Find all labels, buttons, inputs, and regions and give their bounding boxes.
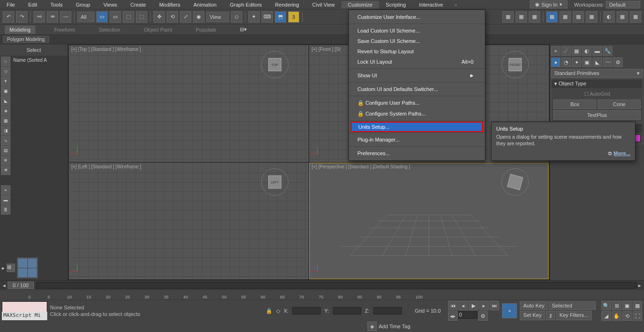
viewport-left[interactable]: [+] [Left ] [Standard ] [Wireframe ] LEF… [69,163,308,279]
zoom-all-button[interactable]: ⊞ [612,301,621,310]
menu-overflow-icon[interactable]: » [454,2,457,8]
viewport-top[interactable]: [+] [Top ] [Standard ] [Wireframe ] TOP [69,45,308,162]
box-button[interactable]: Box [553,100,596,109]
motion-tab-icon[interactable]: ◐ [582,46,592,56]
shapes-category-icon[interactable]: ◔ [561,58,571,67]
auto-key-button[interactable]: Auto Key [520,301,548,310]
display-all-icon[interactable]: ≡ [1,185,10,195]
modify-tab-icon[interactable]: ☄ [561,46,571,56]
explorer-config-icon[interactable]: ⊞ [7,264,15,272]
snap-toggle-button[interactable]: ⬒ [275,11,286,23]
unlink-button[interactable]: ⚮ [47,11,58,23]
isolate-icon[interactable]: ◇ [276,308,280,314]
move-button[interactable]: ✥ [153,11,165,23]
rotate-button[interactable]: ⟲ [167,11,178,23]
key-filters-button[interactable]: Key Filters... [556,311,592,320]
lights-category-icon[interactable]: ✦ [572,58,581,67]
geometry-category-icon[interactable]: ● [551,58,560,67]
filter-cameras-icon[interactable]: ▣ [1,86,10,96]
menu-animation[interactable]: Animation [187,1,223,8]
render-frame-button[interactable]: ▦ [516,11,527,23]
menu-create[interactable]: Create [124,1,153,8]
menu-item-load-custom-ui-scheme[interactable]: Load Custom UI Scheme... [349,25,485,36]
track-next-icon[interactable]: ▸ [638,282,641,289]
menu-item-configure-user-paths[interactable]: 🔒 Configure User Paths... [349,98,485,108]
primitive-category-dropdown[interactable]: Standard Primitives▾ [551,69,643,78]
lock-icon[interactable]: 🔒 [266,308,272,314]
frame-spinner[interactable]: 0 [458,311,477,319]
hierarchy-tab-icon[interactable]: ▦ [572,46,581,56]
zoom-extents-all-button[interactable]: ▦ [633,301,642,310]
filter-hidden-icon[interactable]: 👁 [1,166,10,175]
placement-button[interactable]: ◉ [193,11,204,23]
pivot-center-button[interactable]: ◇ [231,11,242,23]
ribbon-tab-modeling[interactable]: Modeling [5,25,35,34]
viewport-layout-icon[interactable] [17,257,38,278]
display-tab-icon[interactable]: ▬ [593,46,602,56]
z-input[interactable] [373,307,402,315]
menu-graph-editors[interactable]: Graph Editors [223,1,269,8]
toggle-d-button[interactable]: ▦ [586,11,597,23]
create-tab-icon[interactable]: + [551,46,560,56]
fov-button[interactable]: ◢ [602,311,611,321]
key-selected-dropdown[interactable]: Selected [549,301,596,310]
spacewarps-category-icon[interactable]: 〰 [603,58,612,67]
signin-button[interactable]: ◉ Sign In ▾ [530,0,568,8]
toggle-b-button[interactable]: ▦ [559,11,571,23]
frame-display[interactable]: 0 / 100 [8,282,34,289]
menu-item-show-ui[interactable]: Show UI▶ [349,70,485,81]
cameras-category-icon[interactable]: ▣ [582,58,592,67]
menu-item-plug-in-manager[interactable]: Plug-in Manager... [349,134,485,145]
render-scene-button[interactable]: ▦ [617,11,628,23]
bind-spacewarp-button[interactable]: 〰 [60,11,71,23]
display-invert-icon[interactable]: ≣ [1,205,10,215]
menu-customize[interactable]: Customize [341,1,379,8]
menu-rendering[interactable]: Rendering [269,1,306,8]
tooltip-more-link[interactable]: More... [614,150,630,156]
menu-scripting[interactable]: Scripting [379,1,413,8]
filter-bones-icon[interactable]: ↘ [1,136,10,145]
redo-button[interactable]: ↷ [16,11,27,23]
menu-item-custom-ui-and-defaults-switcher[interactable]: Custom UI and Defaults Switcher... [349,84,485,94]
name-column-header[interactable]: Name (Sorted A [11,56,68,216]
menu-tools[interactable]: Tools [44,1,69,8]
render-button[interactable]: ▦ [529,11,540,23]
selection-filter-dropdown[interactable]: All [77,12,94,22]
keyboard-shortcut-button[interactable]: ⌨ [262,11,273,23]
viewcube-persp[interactable] [501,168,529,196]
pan-button[interactable]: ✋ [612,311,621,321]
render-setup-button[interactable]: ▦ [502,11,514,23]
y-input[interactable] [333,307,361,315]
viewcube-top[interactable]: TOP [261,50,289,79]
key-filters-icon[interactable]: ⚷ [546,311,555,320]
object-type-header[interactable]: ▾ Object Type [551,79,643,88]
set-key-button[interactable]: Set Key [520,311,545,320]
x-input[interactable] [292,307,321,315]
ribbon-tab-object-paint[interactable]: Object Paint [139,25,177,34]
menu-file[interactable]: File [0,1,22,8]
key-mode-button[interactable]: ◂▸ [448,311,458,321]
workspace-dropdown[interactable]: Default [606,1,640,8]
time-config-button[interactable]: ⚙ [478,311,488,321]
ribbon-pin-icon[interactable]: ⊟▾ [240,26,247,33]
ribbon-tab-populate[interactable]: Populate [191,25,220,34]
menu-item-units-setup[interactable]: Units Setup... [351,122,483,132]
goto-start-button[interactable]: ⏮ [448,301,458,310]
menu-item-lock-ui-layout[interactable]: Lock UI LayoutAlt+0 [349,57,485,67]
render-last-button[interactable]: ▦ [630,11,641,23]
time-ruler[interactable]: 0510152025303540455055606570758085909510… [0,290,644,299]
viewcube-front[interactable]: FRONT [501,50,529,79]
menu-item-preferences[interactable]: Preferences... [349,148,485,158]
viewport-front-label[interactable]: [+] [Front ] [St [312,47,340,52]
filter-frozen-icon[interactable]: ❄ [1,156,10,165]
viewport-perspective[interactable]: [+] [Perspective ] [Standard ] [Default … [309,163,549,279]
orbit-button[interactable]: ⟲ [622,311,632,321]
select-object-button[interactable]: ▭ [96,11,108,23]
play-button[interactable]: ▶ [469,301,478,310]
viewcube-left[interactable]: LEFT [261,168,289,196]
menu-item-save-custom-ui-scheme[interactable]: Save Custom UI Scheme... [349,36,485,46]
manipulate-button[interactable]: ✦ [248,11,260,23]
select-region-rect-button[interactable]: ⬚ [123,11,134,23]
filter-groups-icon[interactable]: ▦ [1,116,10,125]
prev-frame-button[interactable]: ◂ [458,301,468,310]
